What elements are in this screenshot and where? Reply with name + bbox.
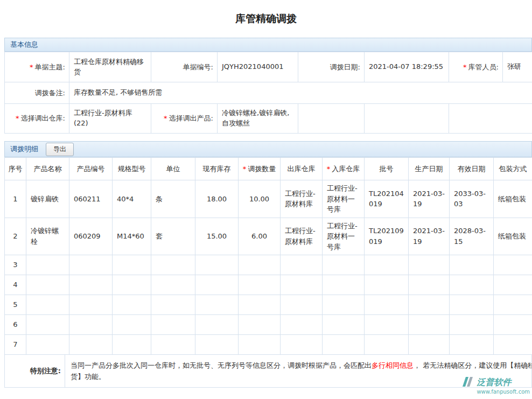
- empty-cell: [151, 315, 195, 335]
- cell-unit: 条: [151, 180, 195, 218]
- transfer-date-label: 调拨日期:: [298, 52, 365, 82]
- empty-cell: [281, 255, 323, 275]
- detail-section-bar: 调拨明细 导出: [4, 141, 532, 157]
- transfer-date-value: 2021-04-07 18:29:55: [365, 52, 449, 82]
- empty-cell: [298, 104, 365, 134]
- table-row: 7: [5, 335, 532, 355]
- empty-cell: [494, 275, 532, 295]
- empty-cell: [26, 335, 69, 355]
- empty-cell: [195, 255, 239, 275]
- out-warehouse-value: 工程行业-原材料库(22): [69, 104, 151, 134]
- cell-expiry-date: 2033-03-03: [450, 180, 494, 218]
- out-product-value: 冷镀锌螺栓,镀锌扁铁,自攻螺丝: [218, 104, 298, 134]
- notice-text-part2: ， 若无法精确区分，建议使用【精确移: [414, 361, 531, 369]
- empty-cell: [365, 315, 409, 335]
- empty-cell: [281, 335, 323, 355]
- cell-unit: 套: [151, 218, 195, 255]
- special-notice-label: 特别注意:: [5, 355, 65, 387]
- empty-cell: [195, 275, 239, 295]
- empty-cell: [113, 295, 151, 315]
- doc-number-value: JQYH2021040001: [218, 52, 298, 82]
- empty-cell: [113, 335, 151, 355]
- cell-packaging: 纸箱包装: [494, 218, 532, 255]
- empty-cell: [323, 335, 365, 355]
- cell-product-code: 060211: [69, 180, 113, 218]
- empty-cell: [151, 255, 195, 275]
- empty-cell: [281, 315, 323, 335]
- empty-cell: [323, 255, 365, 275]
- cell-production-date: 2021-03-19: [409, 180, 450, 218]
- notice-line-2: 货】功能。: [71, 372, 531, 383]
- empty-cell: [69, 275, 113, 295]
- cell-expiry-date: 2028-03-15: [450, 218, 494, 255]
- empty-cell: [450, 335, 494, 355]
- empty-cell: [113, 315, 151, 335]
- header-packaging: 包装方式: [494, 158, 532, 180]
- header-product-name: 产品名称: [26, 158, 69, 180]
- cell-packaging: 纸箱包装: [494, 180, 532, 218]
- empty-cell: [26, 275, 69, 295]
- header-in-warehouse: *入库仓库: [323, 158, 365, 180]
- empty-cell: [69, 295, 113, 315]
- empty-cell: [195, 335, 239, 355]
- empty-cell: [239, 295, 281, 315]
- empty-cell: [151, 295, 195, 315]
- cell-batch-no: TL202109019: [365, 218, 409, 255]
- basic-info-section-bar: 基本信息: [4, 38, 532, 52]
- cell-batch-no: TL202104019: [365, 180, 409, 218]
- cell-seq: 6: [5, 315, 26, 335]
- empty-cell: [365, 104, 449, 134]
- cell-product-name: 冷镀锌螺栓: [26, 218, 69, 255]
- table-row: 4: [5, 275, 532, 295]
- remark-label: 调拨备注:: [5, 82, 69, 104]
- keeper-value: 张研: [503, 52, 532, 82]
- table-row: 1 镀锌扁铁 060211 40*4 条 18.00 10.00 工程行业-原材…: [5, 180, 532, 218]
- empty-cell: [69, 255, 113, 275]
- empty-cell: [450, 275, 494, 295]
- empty-cell: [365, 275, 409, 295]
- header-expiry-date: 有效日期: [450, 158, 494, 180]
- empty-cell: [323, 295, 365, 315]
- detail-header-row: 序号 产品名称 产品编号 规格型号 单位 现有库存 *调拨数量 出库仓库 *入库…: [5, 158, 532, 180]
- subject-label: *单据主题:: [5, 52, 69, 82]
- detail-section-title: 调拨明细: [10, 144, 38, 154]
- cell-transfer-qty: 6.00: [239, 218, 281, 255]
- empty-cell: [365, 255, 409, 275]
- header-seq: 序号: [5, 158, 26, 180]
- cell-in-warehouse: 工程行业-原材料一号库: [323, 180, 365, 218]
- empty-cell: [450, 295, 494, 315]
- remark-value: 库存数量不足, 不够销售所需: [69, 82, 532, 104]
- cell-spec-model: 40*4: [113, 180, 151, 218]
- empty-cell: [151, 335, 195, 355]
- main-content: 基本信息 *单据主题: 工程仓库原材料精确移货 单据编号: JQYH202104…: [0, 38, 532, 388]
- cell-seq: 7: [5, 335, 26, 355]
- header-production-date: 生产日期: [409, 158, 450, 180]
- empty-cell: [281, 275, 323, 295]
- header-spec-model: 规格型号: [113, 158, 151, 180]
- watermark-url: www.fanpusoft.com: [477, 389, 530, 395]
- required-marker: *: [16, 114, 19, 122]
- keeper-label: *库管人员:: [449, 52, 503, 82]
- cell-transfer-qty: 10.00: [239, 180, 281, 218]
- empty-cell: [323, 315, 365, 335]
- table-row: 2 冷镀锌螺栓 060209 M14*60 套 15.00 6.00 工程行业-…: [5, 218, 532, 255]
- cell-product-name: 镀锌扁铁: [26, 180, 69, 218]
- empty-cell: [69, 335, 113, 355]
- empty-cell: [409, 335, 450, 355]
- empty-cell: [494, 255, 532, 275]
- empty-cell: [239, 315, 281, 335]
- cell-in-warehouse: 工程行业-原材料一号库: [323, 218, 365, 255]
- empty-cell: [450, 255, 494, 275]
- cell-current-stock: 15.00: [195, 218, 239, 255]
- required-marker: *: [463, 63, 467, 71]
- empty-cell: [113, 275, 151, 295]
- empty-cell: [409, 295, 450, 315]
- empty-cell: [151, 275, 195, 295]
- notice-highlight: 多行相同信息: [372, 361, 414, 369]
- header-product-code: 产品编号: [69, 158, 113, 180]
- form-row-warehouse: *选择调出仓库: 工程行业-原材料库(22) *选择调出产品: 冷镀锌螺栓,镀锌…: [5, 104, 532, 134]
- export-button[interactable]: 导出: [46, 143, 74, 156]
- header-unit: 单位: [151, 158, 195, 180]
- empty-cell: [409, 275, 450, 295]
- cell-production-date: 2021-03-19: [409, 218, 450, 255]
